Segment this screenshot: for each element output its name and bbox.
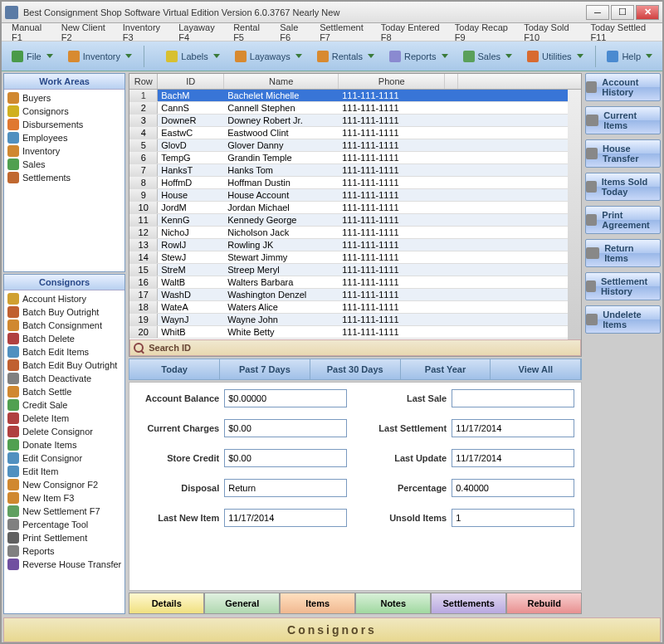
action-button[interactable]: Account History	[585, 73, 661, 101]
nav-link[interactable]: Batch Deactivate	[6, 372, 123, 385]
tab-notes[interactable]: Notes	[355, 593, 431, 614]
menu-item[interactable]: Today Settled F11	[585, 21, 657, 44]
minimize-button[interactable]: ─	[586, 5, 609, 20]
table-row[interactable]: 12NichoJNicholson Jack111-111-1111	[129, 227, 568, 239]
filter-button[interactable]: Past Year	[401, 359, 491, 379]
close-button[interactable]: ✕	[636, 5, 659, 20]
menu-item[interactable]: Inventory F3	[118, 21, 170, 44]
nav-link[interactable]: Delete Consignor	[6, 425, 123, 438]
nav-link[interactable]: Batch Edit Items	[6, 345, 123, 359]
menu-item[interactable]: Rental F5	[228, 21, 271, 44]
nav-link[interactable]: Percentage Tool	[6, 518, 123, 531]
nav-link[interactable]: Disbursements	[6, 118, 123, 131]
nav-link[interactable]: Settlements	[6, 171, 123, 184]
table-row[interactable]: 13RowlJRowling JK111-111-1111	[129, 239, 568, 251]
menu-item[interactable]: Settlement F7	[315, 21, 373, 44]
field-input[interactable]	[452, 479, 574, 497]
field-input[interactable]	[224, 419, 347, 437]
table-row[interactable]: 3DowneRDowney Robert Jr.111-111-1111	[129, 115, 568, 127]
table-row[interactable]: 6TempGGrandin Temple111-111-1111	[129, 152, 568, 164]
action-button[interactable]: Settlement History	[585, 272, 661, 300]
table-row[interactable]: 4EastwCEastwood Clint111-111-1111	[129, 127, 568, 139]
nav-link[interactable]: Batch Buy Outright	[6, 305, 123, 319]
nav-link[interactable]: Sales	[6, 158, 123, 171]
toolbar-labels[interactable]: Labels	[159, 47, 226, 66]
table-row[interactable]: 10JordMJordan Michael111-111-1111	[129, 202, 568, 214]
toolbar-utilities[interactable]: Utilities	[520, 47, 589, 66]
tab-details[interactable]: Details	[129, 593, 204, 614]
menu-item[interactable]: Today Entered F8	[376, 21, 447, 44]
filter-button[interactable]: Past 30 Days	[310, 359, 401, 379]
nav-link[interactable]: Batch Delete	[6, 332, 123, 345]
nav-link[interactable]: Batch Edit Buy Outright	[6, 359, 123, 372]
table-row[interactable]: 15StreMStreep Meryl111-111-1111	[129, 264, 568, 276]
tab-settlements[interactable]: Settlements	[431, 593, 506, 614]
field-input[interactable]	[224, 509, 347, 527]
nav-link[interactable]: Edit Consignor	[6, 451, 123, 465]
toolbar-sales[interactable]: Sales	[456, 47, 520, 66]
toolbar-reports[interactable]: Reports	[383, 47, 455, 66]
nav-link[interactable]: Reports	[6, 544, 123, 558]
table-row[interactable]: 7HanksTHanks Tom111-111-1111	[129, 164, 568, 177]
action-button[interactable]: Print Agreement	[585, 206, 661, 234]
toolbar-rentals[interactable]: Rentals	[310, 47, 381, 66]
table-row[interactable]: 18WateAWaters Alice111-111-1111	[129, 301, 568, 314]
nav-link[interactable]: Inventory	[6, 144, 123, 158]
action-button[interactable]: Current Items	[585, 106, 661, 134]
nav-link[interactable]: Credit Sale	[6, 398, 123, 412]
table-row[interactable]: 1BachMBachelet Michelle111-111-1111	[129, 90, 568, 102]
filter-button[interactable]: Today	[129, 359, 220, 379]
nav-link[interactable]: Reverse House Transfer	[6, 558, 123, 571]
table-row[interactable]: 8HoffmDHoffman Dustin111-111-1111	[129, 177, 568, 189]
field-input[interactable]	[224, 389, 347, 407]
column-header[interactable]: ID	[158, 74, 224, 89]
table-row[interactable]: 11KennGKennedy George111-111-1111	[129, 214, 568, 227]
toolbar-help[interactable]: Help	[600, 47, 659, 66]
menu-item[interactable]: Layaway F4	[173, 21, 225, 44]
table-row[interactable]: 19WaynJWayne John111-111-1111	[129, 314, 568, 326]
toolbar-inventory[interactable]: Inventory	[61, 47, 139, 66]
toolbar-file[interactable]: File	[5, 47, 60, 66]
scrollbar[interactable]	[568, 90, 581, 339]
nav-link[interactable]: Buyers	[6, 91, 123, 105]
grid-body[interactable]: 1BachMBachelet Michelle111-111-11112Cann…	[129, 90, 568, 339]
field-input[interactable]	[224, 479, 347, 497]
menu-item[interactable]: Sale F6	[275, 21, 311, 44]
field-input[interactable]	[452, 419, 574, 437]
action-button[interactable]: Undelete Items	[585, 305, 661, 334]
maximize-button[interactable]: ☐	[611, 5, 634, 20]
nav-link[interactable]: Print Settlement	[6, 531, 123, 544]
tab-general[interactable]: General	[204, 593, 280, 614]
tab-rebuild[interactable]: Rebuild	[506, 593, 582, 614]
nav-link[interactable]: Batch Consignment	[6, 319, 123, 332]
nav-link[interactable]: Employees	[6, 131, 123, 144]
field-input[interactable]	[452, 449, 574, 467]
nav-link[interactable]: Batch Settle	[6, 385, 123, 398]
nav-link[interactable]: Account History	[6, 292, 123, 305]
menu-item[interactable]: Today Sold F10	[519, 21, 582, 44]
action-button[interactable]: Items Sold Today	[585, 173, 661, 201]
field-input[interactable]	[224, 449, 347, 467]
filter-button[interactable]: View All	[491, 359, 581, 379]
tab-items[interactable]: Items	[280, 593, 355, 614]
toolbar-layaways[interactable]: Layaways	[228, 47, 309, 66]
filter-button[interactable]: Past 7 Days	[220, 359, 310, 379]
nav-link[interactable]: Delete Item	[6, 412, 123, 425]
table-row[interactable]: 16WaltBWalters Barbara111-111-1111	[129, 276, 568, 289]
nav-link[interactable]: New Item F3	[6, 491, 123, 505]
column-header[interactable]: Name	[224, 74, 339, 89]
menu-item[interactable]: Manual F1	[7, 21, 53, 44]
menu-item[interactable]: New Client F2	[56, 21, 115, 44]
nav-link[interactable]: New Consignor F2	[6, 478, 123, 491]
column-header[interactable]: Phone	[339, 74, 445, 89]
nav-link[interactable]: New Settlement F7	[6, 505, 123, 518]
column-header[interactable]: Row	[129, 74, 158, 89]
field-input[interactable]	[452, 389, 574, 407]
table-row[interactable]: 5GlovDGlover Danny111-111-1111	[129, 139, 568, 152]
action-button[interactable]: House Transfer	[585, 139, 661, 168]
menu-item[interactable]: Today Recap F9	[450, 21, 515, 44]
nav-link[interactable]: Edit Item	[6, 465, 123, 478]
table-row[interactable]: 20WhitBWhite Betty111-111-1111	[129, 326, 568, 339]
table-row[interactable]: 2CannSCannell Stephen111-111-1111	[129, 102, 568, 115]
nav-link[interactable]: Donate Items	[6, 438, 123, 451]
